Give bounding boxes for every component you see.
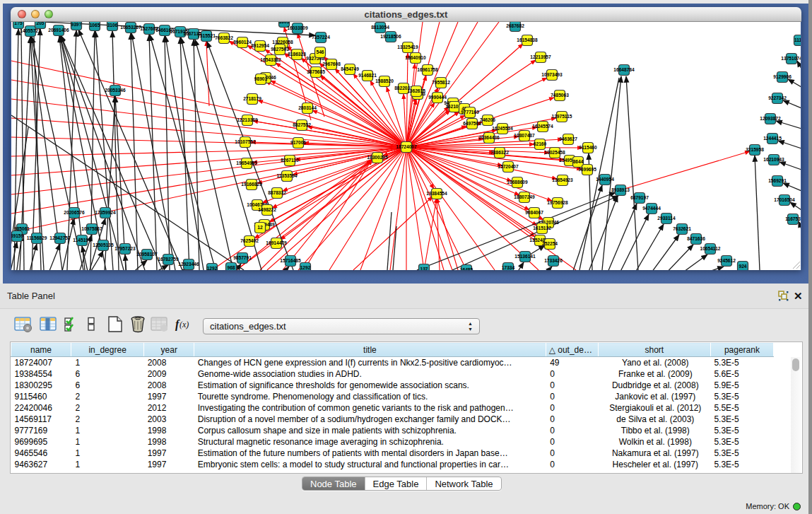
svg-text:8878332: 8878332 — [268, 190, 286, 195]
svg-text:16914479: 16914479 — [266, 240, 287, 245]
svg-text:8827552: 8827552 — [293, 122, 311, 127]
svg-text:924: 924 — [739, 264, 746, 269]
svg-text:16782759: 16782759 — [158, 257, 179, 262]
svg-text:16154838: 16154838 — [517, 37, 538, 42]
svg-text:9245612: 9245612 — [717, 258, 736, 263]
svg-text:2967608: 2967608 — [322, 62, 341, 66]
svg-text:9777169: 9777169 — [461, 110, 479, 115]
svg-text:8267110: 8267110 — [281, 158, 299, 163]
svg-text:2803144: 2803144 — [298, 105, 317, 110]
svg-text:1440954: 1440954 — [596, 177, 614, 182]
svg-text:8186328: 8186328 — [288, 52, 306, 57]
svg-text:3875685: 3875685 — [307, 69, 325, 74]
svg-text:12093872: 12093872 — [760, 116, 781, 121]
svg-text:7357224: 7357224 — [312, 35, 330, 40]
svg-text:17359924: 17359924 — [95, 210, 116, 215]
svg-text:9857791: 9857791 — [233, 255, 252, 260]
svg-text:9827503: 9827503 — [271, 47, 289, 52]
svg-text:9146821: 9146821 — [358, 73, 377, 78]
svg-text:18300295: 18300295 — [367, 155, 388, 160]
svg-text:8644: 8644 — [573, 159, 584, 164]
svg-text:16245534: 16245534 — [492, 126, 513, 131]
svg-text:10807487: 10807487 — [514, 133, 535, 138]
svg-text:10107552: 10107552 — [235, 139, 256, 144]
svg-text:39159: 39159 — [11, 233, 23, 238]
svg-text:205: 205 — [36, 22, 44, 25]
svg-text:13654923: 13654923 — [552, 177, 573, 182]
svg-text:8960124: 8960124 — [233, 40, 252, 45]
svg-text:3215958: 3215958 — [746, 147, 764, 152]
svg-text:20691406: 20691406 — [48, 28, 69, 33]
svg-text:16543382: 16543382 — [260, 57, 281, 62]
svg-text:16485: 16485 — [460, 267, 473, 270]
svg-text:1244415: 1244415 — [763, 136, 782, 141]
svg-text:1603: 1603 — [279, 22, 290, 24]
svg-text:62160: 62160 — [534, 141, 547, 146]
svg-text:546: 546 — [316, 49, 324, 54]
svg-text:98901: 98901 — [254, 76, 268, 81]
svg-text:1733426: 1733426 — [544, 258, 563, 263]
svg-text:16961758: 16961758 — [417, 67, 438, 72]
svg-text:12975115: 12975115 — [552, 114, 572, 119]
svg-text:13325419: 13325419 — [397, 45, 418, 49]
svg-text:1?5: 1?5 — [14, 22, 23, 25]
svg-text:18640910: 18640910 — [405, 55, 426, 60]
svg-text:9084067: 9084067 — [525, 210, 543, 215]
svg-text:16648784: 16648784 — [613, 67, 635, 72]
svg-text:19218506: 19218506 — [380, 34, 401, 39]
svg-text:10688609: 10688609 — [507, 180, 528, 185]
svg-text:9699695: 9699695 — [578, 167, 596, 172]
svg-text:968: 968 — [227, 265, 235, 270]
svg-text:1112: 1112 — [794, 37, 801, 42]
svg-text:3106: 3106 — [107, 23, 118, 28]
svg-text:20364436: 20364436 — [478, 135, 500, 140]
svg-text:19654985: 19654985 — [236, 160, 257, 165]
svg-text:7485063: 7485063 — [551, 93, 569, 98]
svg-text:9474444: 9474444 — [642, 206, 661, 211]
svg-text:12213957: 12213957 — [530, 54, 551, 59]
svg-text:19756928: 19756928 — [547, 200, 568, 205]
svg-text:16245574: 16245574 — [532, 124, 553, 129]
svg-text:2933114: 2933114 — [657, 216, 676, 221]
svg-text:15136141: 15136141 — [514, 254, 536, 259]
svg-text:1498222: 1498222 — [258, 207, 276, 212]
svg-text:8938913: 8938913 — [611, 187, 630, 192]
svg-text:18807249: 18807249 — [514, 194, 535, 199]
svg-text:746206: 746206 — [480, 117, 495, 122]
svg-text:1362615: 1362615 — [407, 88, 425, 93]
svg-text:917006: 917006 — [290, 140, 306, 145]
svg-text:1569291: 1569291 — [768, 178, 787, 183]
svg-text:20206576: 20206576 — [64, 210, 85, 215]
svg-text:10025458: 10025458 — [544, 150, 565, 155]
svg-text:9129906: 9129906 — [773, 74, 792, 79]
svg-text:2718179: 2718179 — [243, 96, 261, 101]
svg-text:17016504: 17016504 — [774, 197, 795, 202]
svg-text:10958107: 10958107 — [136, 252, 158, 257]
svg-text:7625402: 7625402 — [240, 238, 259, 243]
svg-text:19384554: 19384554 — [426, 191, 447, 196]
svg-text:2687682: 2687682 — [506, 23, 524, 28]
svg-text:116753: 116753 — [785, 216, 801, 221]
svg-text:12505135: 12505135 — [93, 243, 114, 247]
svg-text:1292: 1292 — [207, 266, 218, 270]
svg-text:8471636: 8471636 — [687, 236, 705, 241]
svg-text:7886322: 7886322 — [490, 150, 509, 155]
svg-text:13751074: 13751074 — [781, 56, 801, 61]
svg-text:16210943: 16210943 — [763, 157, 784, 162]
svg-text:15720407: 15720407 — [498, 164, 519, 169]
svg-text:12: 12 — [257, 225, 263, 230]
svg-text:15716485: 15716485 — [280, 258, 301, 263]
svg-text:19166829: 19166829 — [241, 182, 262, 187]
svg-text:14055721: 14055721 — [20, 28, 41, 33]
svg-text:9990444: 9990444 — [428, 95, 447, 100]
svg-text:1065: 1065 — [90, 23, 100, 28]
svg-text:10653267: 10653267 — [120, 25, 141, 30]
svg-text:10975867: 10975867 — [81, 226, 102, 231]
svg-text:137: 137 — [420, 267, 428, 270]
svg-text:252254: 252254 — [542, 241, 558, 246]
svg-text:17334: 17334 — [502, 265, 515, 270]
svg-text:8813054: 8813054 — [371, 25, 389, 30]
svg-text:(x): (x) — [180, 320, 189, 329]
svg-text:9115460: 9115460 — [579, 145, 597, 150]
svg-text:12213369: 12213369 — [237, 117, 258, 122]
